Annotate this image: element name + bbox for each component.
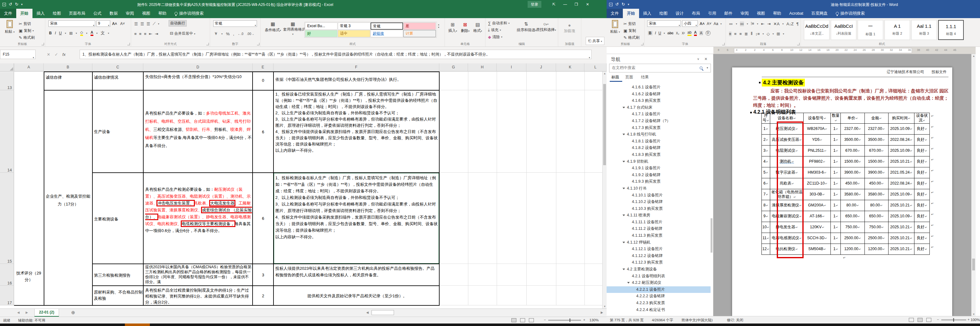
table-cell[interactable]: 1 (831, 222, 841, 233)
table-cell[interactable]: 2025.10.21 (888, 244, 914, 255)
tab-文件[interactable]: 文件 (0, 9, 16, 18)
undo-icon[interactable]: ↺ (9, 2, 12, 7)
table-cell[interactable]: WB2670A (803, 124, 831, 135)
table-cell[interactable]: 2025.10.09 (888, 146, 914, 156)
tab-帮助[interactable]: 帮助 (769, 9, 785, 18)
nav-scrollbar-thumb[interactable] (711, 218, 713, 253)
table-cell[interactable]: 450.00 (864, 178, 888, 189)
nav-item[interactable]: 4.2.2.1 设备照片 (607, 286, 711, 293)
table-cell[interactable]: 2500.00 (841, 233, 864, 244)
shrink-font-icon[interactable]: A˅ (707, 22, 711, 26)
subscript-icon[interactable]: X₂ (676, 32, 679, 35)
underline-icon[interactable]: U (59, 31, 62, 35)
table-cell[interactable]: 3580.00 (864, 189, 888, 200)
nav-item[interactable]: 4.1.11.1 设备照片 (607, 219, 711, 226)
character-shading-icon[interactable]: A (699, 31, 703, 35)
formula-input[interactable]: 1、投标检测设备在标人生产（制造）厂房，投标人需填写生产（制造）厂房详细地址（例… (80, 50, 592, 59)
column-header-J[interactable]: J (527, 64, 556, 72)
table-cell[interactable]: 良好 (914, 200, 929, 211)
table-cell[interactable]: 1 (831, 244, 841, 255)
status-wordcount[interactable]: 4/26964 个字 (652, 318, 673, 323)
show-marks-icon[interactable]: ¶ (796, 22, 799, 26)
align-right-icon[interactable]: ≡ (739, 32, 742, 36)
style-标题 2[interactable]: A 1标题 2 (885, 20, 910, 40)
tab-视图[interactable]: 视图 (138, 9, 154, 18)
fill-button[interactable]: ⤓填充 ▾ (488, 27, 501, 33)
copy-button[interactable]: ▣复制 ▾ (19, 27, 34, 34)
table-cell[interactable]: 2327.00 (864, 124, 888, 135)
doc-scrollbar-thumb[interactable] (972, 259, 975, 270)
table-cell[interactable]: 2025.10.21 (888, 233, 914, 244)
nav-item[interactable]: 4.1.12.3 购买发票 (607, 259, 711, 266)
align-middle-icon[interactable]: ☰ (140, 22, 144, 26)
nav-item[interactable]: 4.1.8.2 设备铭牌 (607, 145, 711, 151)
align-left-icon[interactable]: ≡ (134, 32, 137, 36)
increase-indent-icon[interactable]: ⇥ (155, 32, 158, 36)
table-cell[interactable]: 2025.10.21 (888, 222, 914, 233)
table-cell[interactable]: 1 (831, 211, 841, 222)
nav-item[interactable]: 4.1.7.3 购买发票 (607, 125, 711, 132)
table-cell[interactable]: 3500.00 (841, 135, 864, 146)
decrease-decimal-icon[interactable]: .00→ (247, 32, 255, 36)
nav-item[interactable]: 4.1.10.1 设备照片 (607, 192, 711, 199)
redo-icon[interactable]: ↻ (15, 2, 18, 7)
nav-item[interactable]: 4.1.9.3 购买发票 (607, 178, 711, 185)
collapse-arrow-icon[interactable] (622, 161, 625, 164)
copy-button[interactable]: ▣复制 (624, 27, 636, 34)
nav-item[interactable]: 4.1.7 台式钻床 (607, 104, 711, 111)
ribbon-display-options-icon[interactable]: ⇱ (548, 0, 560, 9)
phonetic-icon[interactable]: 文 (101, 30, 105, 36)
row-header-16[interactable]: 16 (0, 264, 14, 286)
spreadsheet-grid[interactable]: 技术评分（29分） 诚信自律 企业生产、检测及管控能力（17分） 诚信自律情况 … (0, 64, 607, 309)
tab-引用[interactable]: 引用 (704, 9, 720, 18)
table-cell[interactable]: 老化箱（电热恒温培养箱） (770, 189, 803, 200)
nav-item[interactable]: 4.1.11.2 设备铭牌 (607, 226, 711, 232)
nav-item[interactable]: 4.2.2.4 检定证书 (607, 307, 711, 313)
table-cell[interactable]: 耐压测试仪 (770, 124, 803, 135)
cell-A-technical-score[interactable]: 技术评分（29分） (15, 270, 43, 283)
align-top-icon[interactable]: ☰ (134, 22, 138, 26)
zoom-slider[interactable] (941, 320, 966, 320)
undo-icon[interactable]: ↺ (615, 2, 619, 7)
table-cell[interactable]: 良好 (914, 146, 929, 156)
table-cell[interactable]: 3580.00 (841, 189, 864, 200)
percent-icon[interactable]: % (226, 32, 230, 36)
accounting-format-icon[interactable]: ￥ (214, 31, 218, 37)
highlight-color-icon[interactable]: ab (687, 30, 692, 36)
cell-E15[interactable]: 6 (253, 215, 273, 222)
table-cell[interactable]: 1 (831, 135, 841, 146)
borders-icon[interactable]: ⊞ (69, 31, 73, 36)
cell-B-group[interactable]: 企业生产、检测及管控能力（17分） (45, 192, 91, 208)
qat-customize-icon[interactable]: ▾ (628, 2, 629, 7)
cut-button[interactable]: ✂剪切 (19, 21, 31, 27)
cell-D15[interactable]: 具有投标产品生产检测必要设备，如：耐压测试仪（装置）、高压试验变压器、电阻测试仪… (145, 186, 252, 234)
cell-style-Excel Bu...[interactable]: Excel Bu... (305, 22, 337, 30)
justify-icon[interactable]: ≣ (745, 32, 748, 36)
nav-item[interactable]: 4.1.12.1 设备照片 (607, 246, 711, 253)
view-print-icon[interactable] (918, 318, 926, 323)
column-header-G[interactable]: G (439, 64, 468, 72)
addins-button[interactable]: ●加载项 (561, 22, 578, 34)
font-color-icon[interactable]: A (91, 30, 93, 36)
table-cell[interactable]: 2025.10.21 (888, 156, 914, 167)
font-size-combo[interactable]: 9▾ (97, 20, 110, 27)
wrap-text-button[interactable]: 自动换行 (169, 20, 187, 27)
page-header[interactable]: 辽宁迪纳技术有限公司 投标文件 (887, 69, 947, 75)
column-header-H[interactable]: H (468, 64, 497, 72)
italic-icon[interactable]: I (55, 31, 56, 35)
hscroll-right-icon[interactable]: ▶ (601, 311, 603, 314)
table-cell[interactable]: 2021.05.24 (888, 167, 914, 178)
style-↓列表段落[interactable]: AaBbCcI↓列表段落 (831, 20, 856, 40)
table-cell[interactable]: 670.00 (841, 146, 864, 156)
tab-绘图[interactable]: 绘图 (655, 9, 671, 18)
dialog-launcher-icon[interactable] (127, 43, 130, 45)
scroll-down-icon[interactable]: ▼ (603, 305, 606, 308)
style-标题 4[interactable]: 1.1.1标题 4 (938, 20, 964, 40)
tab-布局[interactable]: 布局 (688, 9, 704, 18)
table-cell[interactable]: 3900.00 (841, 167, 864, 178)
status-language[interactable]: 简体中文(中国大陆) (681, 318, 713, 323)
nav-item[interactable]: 4.2.1 设备明细列表 (607, 273, 711, 280)
style-标题 3[interactable]: Aal 1.1标题 3 (911, 20, 937, 40)
column-header-C[interactable]: C (92, 64, 143, 72)
nav-search-input[interactable] (609, 64, 694, 72)
